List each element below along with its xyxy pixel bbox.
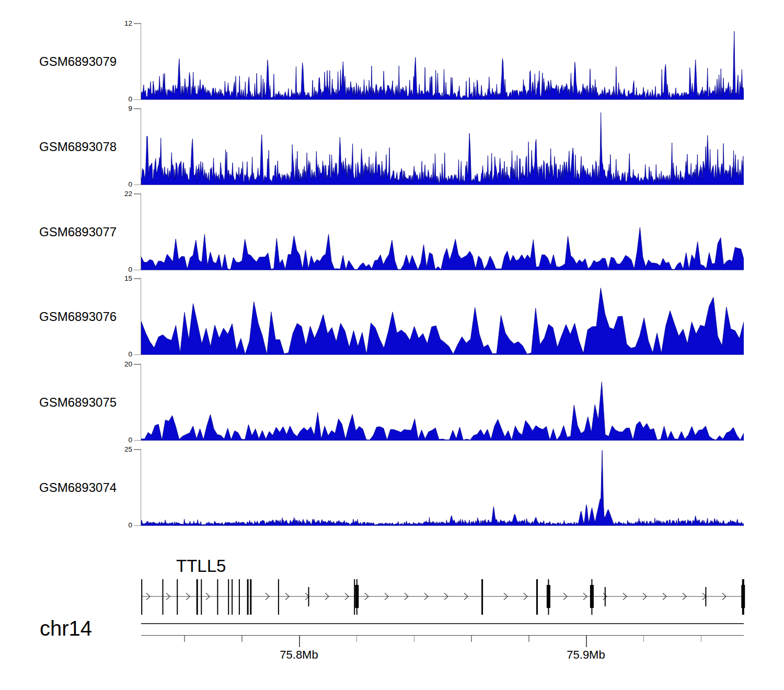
ruler-tick (184, 636, 185, 642)
exon-mark (536, 579, 538, 615)
ruler-upper-line (141, 623, 744, 624)
coverage-track: GSM6893075200 (0, 364, 784, 443)
exon-mark (197, 579, 198, 615)
ruler-tick (299, 636, 300, 647)
exon-mark (177, 579, 178, 615)
coverage-track: GSM6893079120 (0, 24, 784, 102)
x-axis-tick-label: 75.8Mb (262, 648, 336, 662)
ruler-tick (643, 636, 644, 642)
genome-browser-figure: GSM6893079120GSM689307890GSM6893077220GS… (0, 0, 784, 690)
exon-mark (605, 587, 606, 606)
coverage-track: GSM6893077220 (0, 194, 784, 272)
coverage-signal (141, 450, 744, 526)
exon-mark (141, 579, 142, 615)
ruler-tick (356, 636, 358, 642)
exon-mark (354, 579, 355, 615)
exon-mark (355, 579, 359, 615)
y-axis-max-label: 12 (80, 19, 132, 28)
ruler-tick (701, 636, 702, 642)
track-label: GSM6893076 (39, 309, 117, 324)
exon-mark (201, 579, 202, 615)
exon-mark (163, 579, 164, 615)
track-label: GSM6893074 (39, 480, 117, 495)
coverage-signal (141, 109, 744, 186)
y-axis-max-label: 9 (80, 104, 132, 113)
exon-mark (705, 587, 706, 606)
y-axis-max-label: 22 (80, 189, 132, 199)
coverage-signal (141, 194, 744, 271)
y-axis-zero-label: 0 (80, 350, 132, 359)
exon-mark (239, 579, 240, 615)
exon-mark (250, 579, 251, 615)
ruler-tick (471, 636, 472, 642)
coverage-area (141, 112, 744, 185)
exon-mark (228, 579, 229, 615)
coverage-track: GSM6893074250 (0, 450, 784, 528)
exon-mark (278, 579, 279, 615)
coverage-area (141, 227, 744, 270)
ruler-lower-line (141, 635, 744, 636)
exon-mark (547, 579, 550, 615)
coverage-track: GSM689307890 (0, 109, 784, 187)
coverage-area (141, 451, 744, 526)
exon-mark (247, 579, 249, 615)
y-axis-zero-label: 0 (80, 521, 132, 530)
track-label: GSM6893079 (39, 54, 117, 69)
y-axis-zero-label: 0 (80, 180, 132, 189)
coverage-signal (141, 24, 744, 100)
track-label: GSM6893075 (39, 395, 117, 410)
coverage-area (141, 288, 744, 354)
ruler-tick (586, 636, 587, 647)
ruler-tick (241, 636, 243, 642)
exon-mark (217, 579, 218, 615)
coverage-area (141, 382, 744, 441)
coverage-area (141, 31, 744, 99)
track-label: GSM6893078 (39, 140, 117, 154)
ruler-tick (414, 636, 415, 642)
coverage-signal (141, 364, 744, 441)
ruler-tick (528, 636, 529, 642)
y-axis-zero-label: 0 (80, 435, 132, 445)
gene-model-svg (141, 577, 746, 618)
track-label: GSM6893077 (39, 225, 117, 239)
exon-mark (232, 579, 233, 615)
exon-mark (741, 579, 745, 615)
exon-mark (481, 579, 483, 615)
x-axis-tick-label: 75.9Mb (549, 648, 622, 662)
y-axis-max-label: 25 (80, 445, 132, 454)
y-axis-zero-label: 0 (80, 265, 132, 274)
y-axis-max-label: 20 (80, 360, 132, 369)
y-axis-zero-label: 0 (80, 95, 132, 104)
exon-mark (590, 579, 594, 615)
y-axis-max-label: 15 (80, 274, 132, 283)
gene-name-label: TTLL5 (176, 556, 226, 576)
chromosome-label: chr14 (40, 617, 92, 640)
coverage-signal (141, 279, 744, 355)
exon-mark (308, 587, 309, 606)
coverage-track: GSM6893076150 (0, 279, 784, 357)
